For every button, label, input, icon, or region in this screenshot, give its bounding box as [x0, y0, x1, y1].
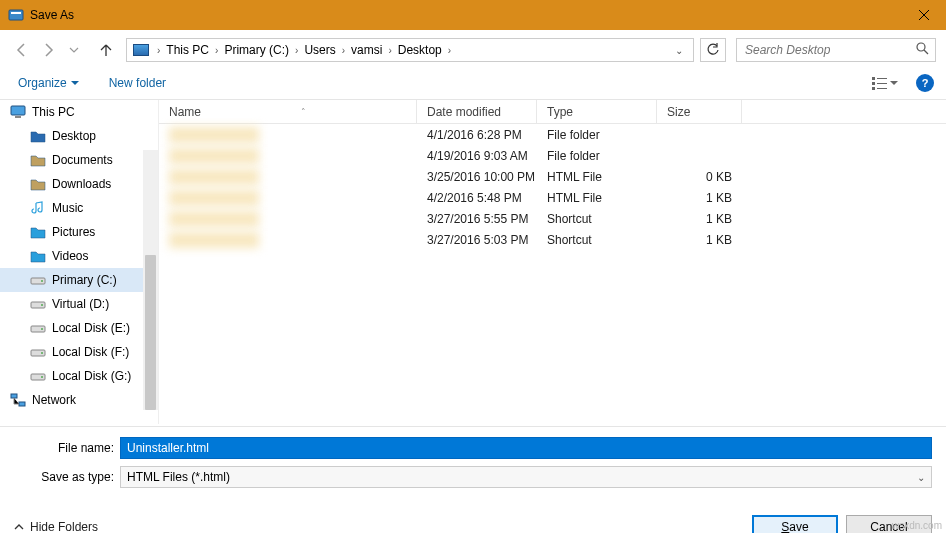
breadcrumb[interactable]: Users: [300, 41, 339, 59]
address-bar[interactable]: › This PC › Primary (C:) › Users › vamsi…: [126, 38, 694, 62]
pc-icon: [10, 104, 26, 120]
file-size: 1 KB: [657, 212, 742, 226]
column-name[interactable]: Name˄: [159, 100, 417, 123]
table-row[interactable]: 3/27/2016 5:55 PMShortcut1 KB: [159, 208, 946, 229]
column-date[interactable]: Date modified: [417, 100, 537, 123]
svg-point-18: [41, 352, 43, 354]
sidebar-item[interactable]: Primary (C:): [0, 268, 158, 292]
view-button[interactable]: [866, 72, 904, 94]
file-type: File folder: [537, 128, 657, 142]
search-input[interactable]: [743, 42, 929, 58]
file-date: 4/1/2016 6:28 PM: [417, 128, 537, 142]
table-row[interactable]: 4/2/2016 5:48 PMHTML File1 KB: [159, 187, 946, 208]
table-row[interactable]: 4/1/2016 6:28 PMFile folder: [159, 124, 946, 145]
breadcrumb[interactable]: vamsi: [347, 41, 386, 59]
app-icon: [8, 7, 24, 23]
chevron-right-icon: ›: [446, 45, 453, 56]
sidebar: This PCDesktopDocumentsDownloadsMusicPic…: [0, 100, 158, 424]
column-type[interactable]: Type: [537, 100, 657, 123]
network-icon: [10, 392, 26, 408]
watermark: wsxdn.com: [892, 520, 942, 531]
sidebar-item-label: Pictures: [52, 225, 95, 239]
chevron-up-icon: [14, 522, 24, 532]
svg-rect-8: [877, 88, 887, 89]
filetype-label: Save as type:: [40, 470, 120, 484]
sidebar-item[interactable]: Pictures: [0, 220, 158, 244]
new-folder-button[interactable]: New folder: [103, 72, 172, 94]
videos-icon: [30, 248, 46, 264]
file-type: Shortcut: [537, 212, 657, 226]
save-button[interactable]: Save: [752, 515, 838, 533]
svg-rect-22: [19, 402, 25, 406]
sidebar-item[interactable]: Documents: [0, 148, 158, 172]
sidebar-item-label: Virtual (D:): [52, 297, 109, 311]
sidebar-item-label: Local Disk (G:): [52, 369, 131, 383]
toolbar: Organize New folder ?: [0, 66, 946, 100]
sidebar-item-label: Local Disk (E:): [52, 321, 130, 335]
file-name-redacted: [169, 232, 259, 248]
pc-icon: [133, 44, 149, 56]
file-list: Name˄ Date modified Type Size 4/1/2016 6…: [158, 100, 946, 424]
sidebar-item[interactable]: Downloads: [0, 172, 158, 196]
file-name-redacted: [169, 190, 259, 206]
sort-indicator-icon: ˄: [301, 107, 306, 117]
drive-icon: [30, 272, 46, 288]
file-type: File folder: [537, 149, 657, 163]
sidebar-item[interactable]: This PC: [0, 100, 158, 124]
breadcrumb[interactable]: Desktop: [394, 41, 446, 59]
file-date: 3/25/2016 10:00 PM: [417, 170, 537, 184]
recent-dropdown[interactable]: [62, 38, 86, 62]
hide-folders-button[interactable]: Hide Folders: [14, 520, 98, 533]
file-type: Shortcut: [537, 233, 657, 247]
sidebar-item-label: This PC: [32, 105, 75, 119]
file-name-redacted: [169, 211, 259, 227]
sidebar-item[interactable]: Videos: [0, 244, 158, 268]
file-size: 0 KB: [657, 170, 742, 184]
sidebar-item[interactable]: Virtual (D:): [0, 292, 158, 316]
sidebar-item[interactable]: Music: [0, 196, 158, 220]
file-date: 4/19/2016 9:03 AM: [417, 149, 537, 163]
sidebar-item[interactable]: Local Disk (F:): [0, 340, 158, 364]
sidebar-item-label: Downloads: [52, 177, 111, 191]
sidebar-item-label: Desktop: [52, 129, 96, 143]
svg-rect-6: [877, 83, 887, 84]
sidebar-scrollbar[interactable]: [143, 150, 158, 410]
file-name-redacted: [169, 127, 259, 143]
forward-button[interactable]: [36, 38, 60, 62]
footer: Hide Folders Save Cancel: [0, 503, 946, 533]
table-row[interactable]: 4/19/2016 9:03 AMFile folder: [159, 145, 946, 166]
sidebar-item[interactable]: Local Disk (G:): [0, 364, 158, 388]
svg-point-12: [41, 280, 43, 282]
search-icon: [916, 42, 929, 58]
filetype-select[interactable]: HTML Files (*.html) ⌄: [120, 466, 932, 488]
back-button[interactable]: [10, 38, 34, 62]
up-button[interactable]: [94, 38, 118, 62]
column-size[interactable]: Size: [657, 100, 742, 123]
table-row[interactable]: 3/25/2016 10:00 PMHTML File0 KB: [159, 166, 946, 187]
window-title: Save As: [30, 8, 901, 22]
file-size: 1 KB: [657, 191, 742, 205]
sidebar-item[interactable]: Local Disk (E:): [0, 316, 158, 340]
drive-icon: [30, 296, 46, 312]
breadcrumb[interactable]: Primary (C:): [220, 41, 293, 59]
chevron-right-icon: ›: [340, 45, 347, 56]
search-box[interactable]: [736, 38, 936, 62]
sidebar-item[interactable]: Network: [0, 388, 158, 412]
sidebar-item[interactable]: Desktop: [0, 124, 158, 148]
svg-rect-10: [15, 116, 21, 118]
filename-input[interactable]: [120, 437, 932, 459]
sidebar-item-label: Documents: [52, 153, 113, 167]
file-size: 1 KB: [657, 233, 742, 247]
refresh-button[interactable]: [700, 38, 726, 62]
organize-button[interactable]: Organize: [12, 72, 85, 94]
close-button[interactable]: [901, 0, 946, 30]
svg-rect-9: [11, 106, 25, 115]
table-row[interactable]: 3/27/2016 5:03 PMShortcut1 KB: [159, 229, 946, 250]
chevron-right-icon: ›: [155, 45, 162, 56]
breadcrumb[interactable]: This PC: [162, 41, 213, 59]
chevron-right-icon: ›: [213, 45, 220, 56]
help-button[interactable]: ?: [916, 74, 934, 92]
sidebar-item-label: Videos: [52, 249, 88, 263]
chevron-down-icon[interactable]: ⌄: [671, 45, 687, 56]
svg-rect-5: [872, 82, 875, 85]
